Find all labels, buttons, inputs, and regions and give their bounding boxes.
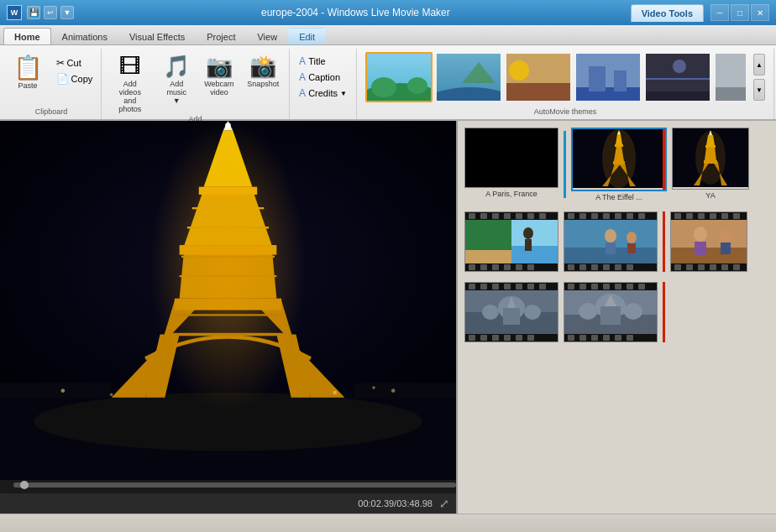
svg-rect-134: [465, 334, 558, 342]
clip-eiffel-svg: [573, 129, 665, 188]
undo-btn[interactable]: ↩: [44, 6, 57, 19]
svg-point-5: [437, 87, 502, 102]
minimize-btn[interactable]: ─: [710, 4, 729, 21]
webcam-label: Webcamvideo: [204, 80, 233, 96]
window-controls[interactable]: ─ □ ✕: [710, 4, 769, 21]
svg-point-175: [624, 303, 642, 320]
ribbon-group-clipboard: 📋 Paste ✂ Cut 📄 Copy Clipboard: [2, 49, 102, 119]
paste-button[interactable]: 📋 Paste: [7, 52, 50, 91]
window-title: europe-2004 - Windows Live Movie Maker: [81, 7, 631, 18]
svg-rect-73: [504, 213, 511, 219]
add-videos-button[interactable]: 🎞 Add videosand photos: [107, 52, 154, 115]
svg-rect-161: [603, 284, 610, 289]
cut-button[interactable]: ✂ Cut: [53, 55, 97, 70]
themes-up-btn[interactable]: ▲: [753, 54, 765, 76]
theme-thumb-6[interactable]: [714, 52, 747, 102]
quick-access-toolbar[interactable]: 💾 ↩ ▼: [27, 6, 74, 19]
video-controls: 00:02.39/03:48.98 ⤢: [0, 493, 456, 514]
svg-point-45: [110, 393, 113, 395]
svg-point-44: [61, 389, 66, 393]
add-videos-label: Add videosand photos: [112, 80, 149, 113]
cut-copy-col: ✂ Cut 📄 Copy: [53, 55, 97, 86]
clip-building2[interactable]: [564, 282, 658, 342]
storyboard-row-2: [464, 211, 769, 272]
add-music-label: Addmusic ▼: [162, 80, 191, 105]
svg-rect-131: [721, 243, 731, 254]
svg-rect-165: [568, 335, 574, 341]
storyboard-panel: A Paris, France: [458, 121, 776, 514]
svg-rect-100: [579, 264, 586, 270]
film-svg-person2: [671, 212, 747, 271]
film-strip-building: [465, 283, 558, 342]
themes-navigation[interactable]: ▲ ▼: [753, 54, 765, 101]
copy-button[interactable]: 📄 Copy: [53, 71, 97, 86]
seek-thumb[interactable]: [20, 481, 29, 489]
clip-thumb-black: [464, 128, 558, 188]
svg-rect-170: [627, 335, 633, 341]
clip-person[interactable]: [564, 211, 658, 272]
caption-icon: A: [299, 71, 306, 83]
add-music-button[interactable]: 🎵 Addmusic ▼: [157, 52, 197, 107]
webcam-button[interactable]: 📷 Webcamvideo: [199, 52, 239, 98]
tab-project[interactable]: Project: [196, 28, 246, 44]
svg-rect-137: [492, 284, 499, 289]
expand-button[interactable]: ⤢: [439, 497, 449, 510]
clip-thumb-person2: [670, 211, 747, 272]
tab-view[interactable]: View: [246, 28, 288, 44]
clipboard-content: 📋 Paste ✂ Cut 📄 Copy: [7, 50, 97, 107]
copy-label: Copy: [71, 74, 93, 84]
svg-rect-125: [733, 264, 740, 270]
svg-rect-79: [492, 264, 499, 270]
clip-person2[interactable]: [670, 211, 747, 272]
caption-button[interactable]: A Caption: [296, 70, 350, 85]
clip-eiffel-2[interactable]: YA: [672, 128, 749, 200]
theme-thumb-4[interactable]: [574, 52, 642, 102]
svg-rect-85: [465, 250, 511, 263]
svg-point-130: [720, 229, 731, 243]
svg-rect-144: [492, 335, 499, 341]
snapshot-button[interactable]: 📸 Snapshot: [242, 52, 284, 90]
svg-point-17: [673, 60, 686, 73]
close-btn[interactable]: ✕: [751, 4, 769, 21]
text-buttons-col: A Title A Caption A Credits ▼: [296, 52, 350, 101]
svg-rect-146: [516, 335, 522, 341]
redo-btn[interactable]: ▼: [60, 6, 74, 19]
film-svg-person: [564, 212, 657, 271]
svg-point-109: [627, 232, 637, 243]
eiffel-scene-svg: [0, 121, 456, 480]
clip-eiffel[interactable]: A The Eiffel ...: [571, 128, 667, 201]
clip-thumb-eiffel: [571, 128, 667, 191]
svg-rect-123: [710, 264, 716, 270]
svg-rect-139: [516, 284, 522, 289]
theme-thumb-1[interactable]: [365, 52, 433, 102]
themes-label: AutoMovie themes: [534, 107, 597, 117]
title-button[interactable]: A Title: [296, 54, 350, 69]
svg-rect-43: [354, 383, 456, 397]
clip-building[interactable]: [464, 282, 558, 342]
clip-eiffel2-svg: [673, 128, 748, 187]
save-quick-btn[interactable]: 💾: [27, 6, 40, 19]
svg-rect-138: [504, 284, 511, 289]
tab-home[interactable]: Home: [3, 28, 51, 44]
clip-beach[interactable]: [464, 211, 558, 272]
themes-down-btn[interactable]: ▼: [753, 79, 765, 101]
theme-thumb-5[interactable]: [644, 52, 711, 102]
credits-button[interactable]: A Credits ▼: [296, 86, 350, 101]
tab-visual-effects[interactable]: Visual Effects: [118, 28, 196, 44]
svg-rect-108: [606, 243, 616, 254]
svg-rect-163: [627, 284, 633, 289]
svg-rect-122: [698, 264, 705, 270]
tab-animations[interactable]: Animations: [51, 28, 118, 44]
theme-thumb-2[interactable]: [435, 52, 502, 102]
svg-rect-158: [568, 284, 574, 289]
title-bar: W 💾 ↩ ▼ europe-2004 - Windows Live Movie…: [0, 0, 776, 25]
clipboard-label: Clipboard: [35, 107, 68, 117]
seek-bar[interactable]: [13, 482, 456, 488]
clip-paris-france[interactable]: A Paris, France: [464, 128, 558, 198]
theme-thumb-3[interactable]: [505, 52, 572, 102]
svg-rect-118: [721, 213, 728, 219]
svg-point-3: [407, 77, 427, 94]
svg-rect-72: [492, 213, 499, 219]
maximize-btn[interactable]: □: [731, 4, 749, 21]
tab-edit[interactable]: Edit: [288, 28, 326, 44]
